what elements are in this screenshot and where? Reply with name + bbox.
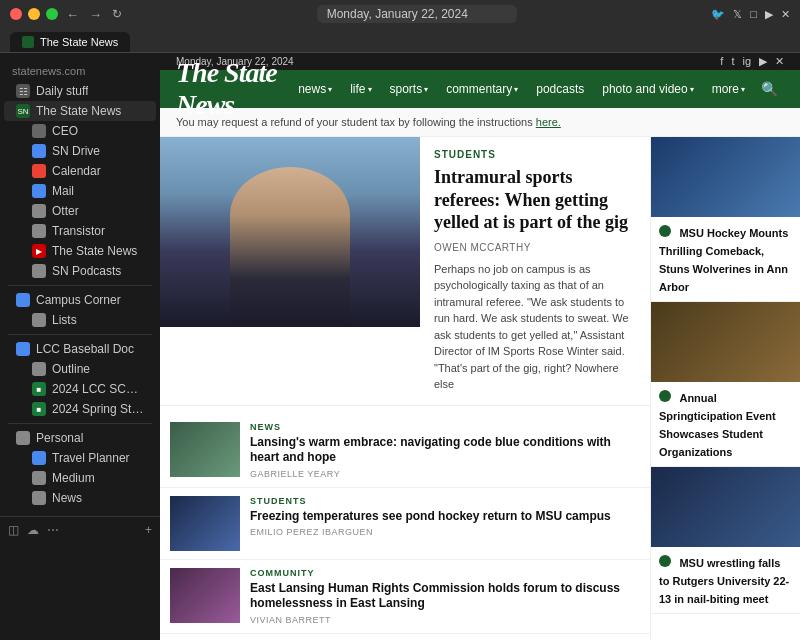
website-content: Monday, January 22, 2024 f t ig ▶ ✕ The … [160, 53, 800, 640]
article-title-2[interactable]: Freezing temperatures see pond hockey re… [250, 509, 640, 525]
sidebar-item-state-news-2[interactable]: ▶ The State News [4, 241, 156, 261]
right-article-title-1[interactable]: MSU Hockey Mounts Thrilling Comeback, St… [659, 227, 788, 293]
sidebar-item-lcc-baseball[interactable]: LCC Baseball Doc [4, 339, 156, 359]
sidebar-item-lcc-schedule[interactable]: ■ 2024 LCC SCHEDULE [4, 379, 156, 399]
sidebar-item-label: CEO [52, 124, 78, 138]
add-space-icon[interactable]: ◫ [8, 523, 19, 537]
sidebar-item-sn-drive[interactable]: SN Drive [4, 141, 156, 161]
maximize-button[interactable] [46, 8, 58, 20]
right-article-body-2: Annual Springticipation Event Showcases … [651, 382, 800, 466]
sn-podcasts-icon [32, 264, 46, 278]
commentary-chevron: ▾ [514, 85, 518, 94]
article-author-2: EMILIO PEREZ IBARGUEN [250, 527, 640, 537]
sidebar-item-travel-planner[interactable]: Travel Planner [4, 448, 156, 468]
sidebar-item-label: The State News [52, 244, 137, 258]
nav-photo-video[interactable]: photo and video ▾ [594, 78, 701, 100]
minimize-button[interactable] [28, 8, 40, 20]
youtube-icon[interactable]: ▶ [765, 8, 773, 21]
sidebar-item-campus-corner[interactable]: Campus Corner [4, 290, 156, 310]
travel-planner-icon [32, 451, 46, 465]
divider-1 [8, 285, 152, 286]
right-article-title-2[interactable]: Annual Springticipation Event Showcases … [659, 392, 776, 458]
social-links: f t ig ▶ ✕ [720, 55, 784, 68]
right-article-body-3: MSU wrestling falls to Rutgers Universit… [651, 547, 800, 613]
nav-podcasts[interactable]: podcasts [528, 78, 592, 100]
sidebar-item-spring-staaz[interactable]: ■ 2024 Spring Staaz [4, 399, 156, 419]
article-author-3: VIVIAN BARRETT [250, 615, 640, 625]
nav-sports[interactable]: sports ▾ [382, 78, 437, 100]
sidebar-footer: ◫ ☁ ⋯ + [0, 516, 160, 543]
add-icon[interactable]: + [145, 523, 152, 537]
content-area: STUDENTS Intramural sports referees: Whe… [160, 137, 800, 640]
right-article-img-2 [651, 302, 800, 382]
article-title-1[interactable]: Lansing's warm embrace: navigating code … [250, 435, 640, 466]
forward-button[interactable]: → [89, 7, 102, 22]
x-link[interactable]: ✕ [775, 55, 784, 68]
fb-link[interactable]: f [720, 55, 723, 68]
sidebar-item-label: SN Drive [52, 144, 100, 158]
twitter-icon[interactable]: 𝕏 [733, 8, 742, 21]
sidebar-item-transistor[interactable]: Transistor [4, 221, 156, 241]
yt-link[interactable]: ▶ [759, 55, 767, 68]
sidebar-item-daily-stuff[interactable]: ☷ Daily stuff [4, 81, 156, 101]
sidebar-item-label: Outline [52, 362, 90, 376]
life-chevron: ▾ [368, 85, 372, 94]
sidebar-item-news[interactable]: News [4, 488, 156, 508]
sidebar-item-sn-podcasts[interactable]: SN Podcasts [4, 261, 156, 281]
org-icon [659, 390, 671, 402]
cloud-icon[interactable]: ☁ [27, 523, 39, 537]
article-title-3[interactable]: East Lansing Human Rights Commission hol… [250, 581, 640, 612]
hero-body: STUDENTS Intramural sports referees: Whe… [420, 137, 650, 405]
right-article-title-3[interactable]: MSU wrestling falls to Rutgers Universit… [659, 557, 789, 605]
wrestling-icon [659, 555, 671, 567]
sidebar-item-label: Lists [52, 313, 77, 327]
ig-link[interactable]: ig [742, 55, 751, 68]
spring-staaz-icon: ■ [32, 402, 46, 416]
close-button[interactable] [10, 8, 22, 20]
sidebar-item-outline[interactable]: Outline [4, 359, 156, 379]
sidebar-item-label: Personal [36, 431, 83, 445]
facebook-icon[interactable]: 🐦 [711, 8, 725, 21]
lcc-baseball-icon [16, 342, 30, 356]
banner-link[interactable]: here. [536, 116, 561, 128]
sidebar-item-label: Calendar [52, 164, 101, 178]
right-article-img-1 [651, 137, 800, 217]
x-icon[interactable]: ✕ [781, 8, 790, 21]
active-tab[interactable]: The State News [10, 32, 130, 52]
sidebar-item-ceo[interactable]: CEO [4, 121, 156, 141]
nav-more[interactable]: more ▾ [704, 78, 753, 100]
nav-life[interactable]: life ▾ [342, 78, 379, 100]
article-thumb-3 [170, 568, 240, 623]
news-chevron: ▾ [328, 85, 332, 94]
reload-button[interactable]: ↻ [112, 7, 122, 22]
nav-news[interactable]: news ▾ [290, 78, 340, 100]
site-logo[interactable]: The State News [176, 57, 290, 121]
sidebar-item-otter[interactable]: Otter [4, 201, 156, 221]
hockey-icon [659, 225, 671, 237]
sidebar-item-calendar[interactable]: Calendar [4, 161, 156, 181]
back-button[interactable]: ← [66, 7, 79, 22]
hero-excerpt: Perhaps no job on campus is as psycholog… [434, 261, 636, 393]
instagram-icon[interactable]: □ [750, 8, 757, 21]
sidebar-item-mail[interactable]: Mail [4, 181, 156, 201]
nav-commentary[interactable]: commentary ▾ [438, 78, 526, 100]
tw-link[interactable]: t [731, 55, 734, 68]
social-icons-top: 🐦 𝕏 □ ▶ ✕ [711, 8, 790, 21]
address-area: Monday, January 22, 2024 [130, 5, 703, 23]
sidebar-item-lists[interactable]: Lists [4, 310, 156, 330]
main-container: statenews.com ☷ Daily stuff SN The State… [0, 53, 800, 640]
tab-favicon [22, 36, 34, 48]
address-bar[interactable]: Monday, January 22, 2024 [317, 5, 517, 23]
sidebar-item-medium[interactable]: Medium [4, 468, 156, 488]
state-news-icon: SN [16, 104, 30, 118]
sidebar-item-label: Travel Planner [52, 451, 130, 465]
article-item-1: NEWS Lansing's warm embrace: navigating … [160, 414, 650, 488]
hero-tag: STUDENTS [434, 149, 636, 160]
hero-article: STUDENTS Intramural sports referees: Whe… [160, 137, 650, 406]
right-article-body-1: MSU Hockey Mounts Thrilling Comeback, St… [651, 217, 800, 301]
sidebar-item-state-news[interactable]: SN The State News [4, 101, 156, 121]
sidebar-item-personal[interactable]: Personal [4, 428, 156, 448]
options-icon[interactable]: ⋯ [47, 523, 59, 537]
search-icon[interactable]: 🔍 [755, 77, 784, 101]
hero-title[interactable]: Intramural sports referees: When getting… [434, 166, 636, 234]
